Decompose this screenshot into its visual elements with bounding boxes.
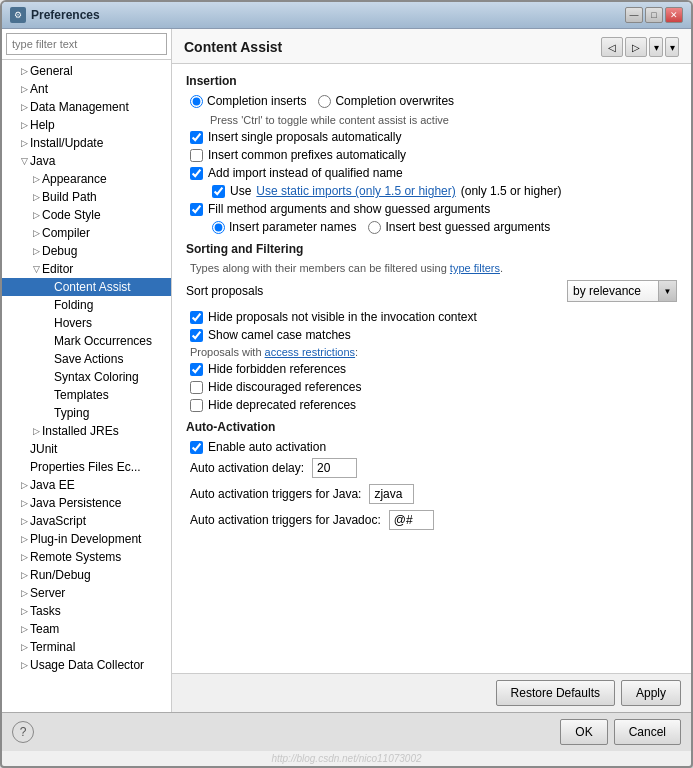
sidebar-item-usage-data-collector[interactable]: ▷ Usage Data Collector (2, 656, 171, 674)
menu-button[interactable]: ▾ (649, 37, 663, 57)
radio-parameter-names-input[interactable] (212, 221, 225, 234)
cb-show-camel-case[interactable]: Show camel case matches (186, 328, 677, 342)
panel-title: Content Assist (184, 39, 282, 55)
sidebar-item-general[interactable]: ▷ General (2, 62, 171, 80)
sidebar-item-content-assist[interactable]: Content Assist (2, 278, 171, 296)
help-button[interactable]: ? (12, 721, 34, 743)
cb-single-proposals-input[interactable] (190, 131, 203, 144)
sidebar-item-junit[interactable]: JUnit (2, 440, 171, 458)
static-imports-link[interactable]: Use static imports (only 1.5 or higher) (256, 184, 455, 198)
minimize-button[interactable]: — (625, 7, 643, 23)
sidebar-item-server[interactable]: ▷ Server (2, 584, 171, 602)
apply-button[interactable]: Apply (621, 680, 681, 706)
radio-completion-overwrites-input[interactable] (318, 95, 331, 108)
sidebar-item-installed-jres[interactable]: ▷ Installed JREs (2, 422, 171, 440)
proposals-colon: : (355, 346, 358, 358)
sidebar-item-hovers[interactable]: Hovers (2, 314, 171, 332)
expand-icon-debug: ▷ (30, 245, 42, 257)
sorting-section-title: Sorting and Filtering (186, 242, 677, 256)
radio-completion-overwrites[interactable]: Completion overwrites (318, 94, 454, 108)
cb-hide-discouraged-input[interactable] (190, 381, 203, 394)
radio-best-guessed-input[interactable] (368, 221, 381, 234)
cb-hide-forbidden[interactable]: Hide forbidden references (186, 362, 677, 376)
sidebar-item-properties-files[interactable]: Properties Files Ec... (2, 458, 171, 476)
sidebar-item-team[interactable]: ▷ Team (2, 620, 171, 638)
cb-use-static-imports-input[interactable] (212, 185, 225, 198)
cb-hide-deprecated[interactable]: Hide deprecated references (186, 398, 677, 412)
expand-icon-terminal: ▷ (18, 641, 30, 653)
forward-button[interactable]: ▷ (625, 37, 647, 57)
sidebar-item-remote-systems[interactable]: ▷ Remote Systems (2, 548, 171, 566)
sidebar-item-java-ee[interactable]: ▷ Java EE (2, 476, 171, 494)
cancel-button[interactable]: Cancel (614, 719, 681, 745)
sidebar-item-ant[interactable]: ▷ Ant (2, 80, 171, 98)
cb-hide-forbidden-input[interactable] (190, 363, 203, 376)
sidebar-item-label: Mark Occurrences (54, 334, 152, 348)
expand-icon-content-assist (42, 281, 54, 293)
search-box (2, 29, 171, 60)
sidebar-item-compiler[interactable]: ▷ Compiler (2, 224, 171, 242)
radio-completion-inserts-input[interactable] (190, 95, 203, 108)
cb-enable-auto-activation[interactable]: Enable auto activation (186, 440, 677, 454)
cb-enable-auto-activation-input[interactable] (190, 441, 203, 454)
cb-use-static-imports-suffix: (only 1.5 or higher) (461, 184, 562, 198)
sidebar-item-mark-occurrences[interactable]: Mark Occurrences (2, 332, 171, 350)
radio-parameter-names[interactable]: Insert parameter names (212, 220, 356, 234)
sidebar-item-editor[interactable]: ▽ Editor (2, 260, 171, 278)
close-button[interactable]: ✕ (665, 7, 683, 23)
sidebar-item-templates[interactable]: Templates (2, 386, 171, 404)
expand-icon-data-management: ▷ (18, 101, 30, 113)
sidebar-item-build-path[interactable]: ▷ Build Path (2, 188, 171, 206)
cb-hide-forbidden-label: Hide forbidden references (208, 362, 346, 376)
auto-activation-section-title: Auto-Activation (186, 420, 677, 434)
sidebar-item-terminal[interactable]: ▷ Terminal (2, 638, 171, 656)
sidebar-item-install-update[interactable]: ▷ Install/Update (2, 134, 171, 152)
cb-hide-deprecated-input[interactable] (190, 399, 203, 412)
cb-add-import[interactable]: Add import instead of qualified name (186, 166, 677, 180)
sidebar-item-java[interactable]: ▽ Java (2, 152, 171, 170)
sidebar-item-code-style[interactable]: ▷ Code Style (2, 206, 171, 224)
extra-menu-button[interactable]: ▾ (665, 37, 679, 57)
cb-use-static-imports[interactable]: Use Use static imports (only 1.5 or high… (186, 184, 677, 198)
sidebar-item-java-persistence[interactable]: ▷ Java Persistence (2, 494, 171, 512)
search-input[interactable] (6, 33, 167, 55)
cb-show-camel-case-input[interactable] (190, 329, 203, 342)
sidebar-item-syntax-coloring[interactable]: Syntax Coloring (2, 368, 171, 386)
maximize-button[interactable]: □ (645, 7, 663, 23)
sidebar-item-appearance[interactable]: ▷ Appearance (2, 170, 171, 188)
sidebar-item-typing[interactable]: Typing (2, 404, 171, 422)
type-filters-link[interactable]: type filters (450, 262, 500, 274)
sidebar-item-data-management[interactable]: ▷ Data Management (2, 98, 171, 116)
expand-icon-mark-occurrences (42, 335, 54, 347)
cb-hide-not-visible-input[interactable] (190, 311, 203, 324)
cb-hide-not-visible[interactable]: Hide proposals not visible in the invoca… (186, 310, 677, 324)
sidebar-item-help[interactable]: ▷ Help (2, 116, 171, 134)
proposals-access-text: Proposals with access restrictions: (186, 346, 677, 358)
ok-button[interactable]: OK (560, 719, 607, 745)
radio-best-guessed[interactable]: Insert best guessed arguments (368, 220, 550, 234)
java-triggers-input[interactable] (369, 484, 414, 504)
sidebar-item-tasks[interactable]: ▷ Tasks (2, 602, 171, 620)
sidebar-item-run-debug[interactable]: ▷ Run/Debug (2, 566, 171, 584)
cb-add-import-input[interactable] (190, 167, 203, 180)
cb-hide-discouraged[interactable]: Hide discouraged references (186, 380, 677, 394)
sidebar-item-javascript[interactable]: ▷ JavaScript (2, 512, 171, 530)
sidebar-item-folding[interactable]: Folding (2, 296, 171, 314)
delay-input[interactable] (312, 458, 357, 478)
cb-common-prefixes[interactable]: Insert common prefixes automatically (186, 148, 677, 162)
javadoc-triggers-input[interactable] (389, 510, 434, 530)
sidebar-item-save-actions[interactable]: Save Actions (2, 350, 171, 368)
sort-proposals-dropdown[interactable]: by relevance ▼ (567, 280, 677, 302)
radio-completion-inserts[interactable]: Completion inserts (190, 94, 306, 108)
sidebar-item-label: Remote Systems (30, 550, 121, 564)
cb-single-proposals[interactable]: Insert single proposals automatically (186, 130, 677, 144)
sidebar-item-plugin-development[interactable]: ▷ Plug-in Development (2, 530, 171, 548)
cb-fill-method[interactable]: Fill method arguments and show guessed a… (186, 202, 677, 216)
back-button[interactable]: ◁ (601, 37, 623, 57)
restore-defaults-button[interactable]: Restore Defaults (496, 680, 615, 706)
cb-fill-method-input[interactable] (190, 203, 203, 216)
sidebar-item-label: Usage Data Collector (30, 658, 144, 672)
sidebar-item-debug[interactable]: ▷ Debug (2, 242, 171, 260)
access-restrictions-link[interactable]: access restrictions (265, 346, 355, 358)
cb-common-prefixes-input[interactable] (190, 149, 203, 162)
